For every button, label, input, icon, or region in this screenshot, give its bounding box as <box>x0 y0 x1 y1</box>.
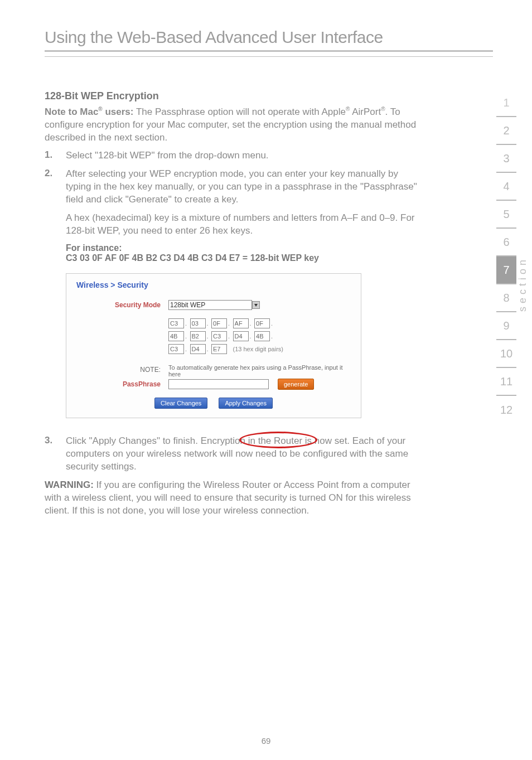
hex-cell[interactable] <box>211 344 227 354</box>
hex-cell[interactable] <box>254 318 270 328</box>
highlight-oval <box>239 432 317 448</box>
hex-cell[interactable] <box>190 344 206 354</box>
divider-main <box>45 50 493 52</box>
content-column: 128-Bit WEP Encryption Note to Mac® user… <box>45 90 424 517</box>
tab-2[interactable]: 2 <box>496 117 516 145</box>
warning-label: WARNING: <box>45 480 94 490</box>
hex-cell[interactable] <box>211 331 227 341</box>
hex-cell[interactable] <box>233 318 249 328</box>
hex-cell[interactable] <box>168 318 184 328</box>
clear-changes-button[interactable]: Clear Changes <box>154 398 207 409</box>
tab-5[interactable]: 5 <box>496 201 516 229</box>
hex-cell[interactable] <box>190 331 206 341</box>
step-3: 3. Click "Apply Changes" to finish. Encr… <box>45 435 424 473</box>
hex-cell[interactable] <box>190 318 206 328</box>
step-2: 2. After selecting your WEP encryption m… <box>45 168 424 206</box>
divider-sub <box>45 56 493 57</box>
tab-3[interactable]: 3 <box>496 145 516 173</box>
section-vertical-label: section <box>517 256 529 312</box>
hex-cell[interactable] <box>168 331 184 341</box>
security-mode-select[interactable]: 128bit WEP <box>168 300 252 310</box>
passphrase-input[interactable] <box>168 379 269 389</box>
hex-cell[interactable] <box>254 331 270 341</box>
router-ui-screenshot: Wireless > Security Security Mode 128bit… <box>66 273 361 418</box>
section-tabs: 1 2 3 4 5 6 7 8 9 10 11 12 <box>496 89 516 424</box>
tab-4[interactable]: 4 <box>496 173 516 201</box>
hex-key-grid: . . . . . . . . . . . . <box>168 318 351 356</box>
note-body-2: AirPort <box>350 107 381 117</box>
security-mode-label: Security Mode <box>76 299 168 309</box>
note-body-1: The Passphrase option will not operate w… <box>133 107 346 117</box>
page-number: 69 <box>0 736 532 746</box>
apply-changes-button[interactable]: Apply Changes <box>219 398 273 409</box>
section-heading: 128-Bit WEP Encryption <box>45 90 424 102</box>
tab-6[interactable]: 6 <box>496 229 516 256</box>
note-lead: Note to Mac® users: <box>45 107 133 117</box>
dropdown-arrow-icon[interactable] <box>252 301 260 309</box>
step-2-number: 2. <box>45 168 56 206</box>
tab-11[interactable]: 11 <box>496 368 516 396</box>
tab-8[interactable]: 8 <box>496 284 516 312</box>
ss-note-label: NOTE: <box>76 364 168 374</box>
step-1-number: 1. <box>45 149 56 162</box>
hex-cell[interactable] <box>211 318 227 328</box>
ss-note-text: To automatically generate hex pairs usin… <box>168 364 351 377</box>
chapter-title: Using the Web-Based Advanced User Interf… <box>45 28 493 47</box>
step-1-text: Select "128-bit WEP" from the drop-down … <box>66 149 269 162</box>
tab-12[interactable]: 12 <box>496 396 516 424</box>
tab-1[interactable]: 1 <box>496 89 516 117</box>
tab-7[interactable]: 7 <box>496 256 516 284</box>
hex-explain: A hex (hexadecimal) key is a mixture of … <box>66 212 424 238</box>
for-instance-label: For instance: <box>66 243 424 253</box>
passphrase-label: PassPhrase <box>76 379 168 388</box>
step-3-number: 3. <box>45 435 56 473</box>
ss-breadcrumb: Wireless > Security <box>76 280 351 289</box>
warning-paragraph: WARNING: If you are configuring the Wire… <box>45 479 424 517</box>
generate-button[interactable]: generate <box>278 379 314 390</box>
step-2-text: After selecting your WEP encryption mode… <box>66 168 424 206</box>
warning-body: If you are configuring the Wireless Rout… <box>45 480 411 516</box>
tab-9[interactable]: 9 <box>496 312 516 340</box>
hex-cell[interactable] <box>168 344 184 354</box>
for-instance-example: C3 03 0F AF 0F 4B B2 C3 D4 4B C3 D4 E7 =… <box>66 253 424 263</box>
tab-10[interactable]: 10 <box>496 340 516 368</box>
hex-cell[interactable] <box>233 331 249 341</box>
step-1: 1. Select "128-bit WEP" from the drop-do… <box>45 149 424 162</box>
mac-note-paragraph: Note to Mac® users: The Passphrase optio… <box>45 105 424 144</box>
hex-pairs-note: (13 hex digit pairs) <box>233 346 283 352</box>
